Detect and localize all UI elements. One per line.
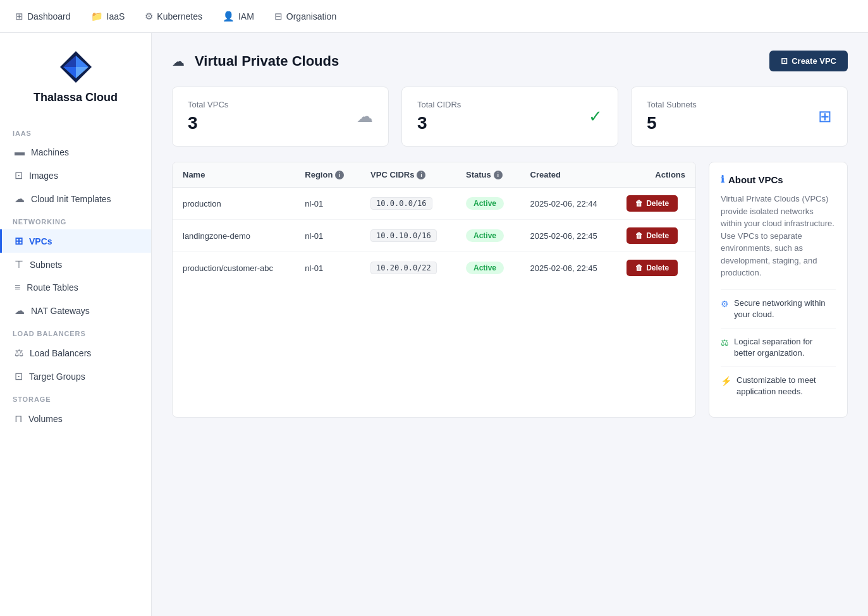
iam-icon: 👤 — [223, 11, 235, 22]
stat-card-total-vpcs: Total VPCs 3 ☁ — [172, 87, 389, 147]
delete-icon: 🗑 — [635, 199, 643, 208]
logo-icon — [57, 48, 95, 86]
sidebar-item-images[interactable]: ⊡ Images — [0, 164, 151, 187]
sidebar-section-load-balancers: LOAD BALANCERS — [0, 322, 151, 341]
row-3-cidr: 10.20.0.0/22 — [360, 252, 456, 284]
nav-dashboard[interactable]: ⊞ Dashboard — [15, 11, 71, 22]
images-icon: ⊡ — [15, 169, 23, 181]
sidebar-item-volumes-label: Volumes — [28, 414, 63, 424]
sidebar-item-cloud-init-label: Cloud Init Templates — [31, 194, 111, 204]
row-3-delete-label: Delete — [646, 263, 669, 272]
brand-name: Thalassa Cloud — [34, 91, 118, 104]
col-vpc-cidrs: VPC CIDRs i — [360, 162, 456, 188]
iaas-icon: 📁 — [91, 11, 103, 22]
row-2-status-badge: Active — [466, 229, 504, 242]
col-name-label: Name — [183, 170, 205, 179]
nav-organisation-label: Organisation — [286, 11, 336, 21]
nav-iaas-label: IaaS — [107, 11, 125, 21]
row-3-region: nl-01 — [295, 252, 360, 284]
sidebar-item-images-label: Images — [29, 171, 58, 181]
delete-icon-2: 🗑 — [635, 231, 643, 240]
stat-total-vpcs-value: 3 — [188, 113, 228, 133]
row-1-delete-label: Delete — [646, 199, 669, 208]
sidebar-item-subnets-label: Subnets — [30, 260, 62, 270]
info-panel: ℹ About VPCs Virtual Private Clouds (VPC… — [709, 162, 848, 418]
subnets-icon: ⊤ — [15, 258, 23, 270]
row-1-cidr: 10.0.0.0/16 — [360, 188, 456, 220]
nav-organisation[interactable]: ⊟ Organisation — [274, 11, 336, 22]
stat-card-total-cidrs: Total CIDRs 3 ✓ — [401, 87, 618, 147]
nav-iam[interactable]: 👤 IAM — [223, 11, 254, 22]
kubernetes-icon: ⚙ — [145, 11, 153, 22]
create-vpc-button[interactable]: ⊡ Create VPC — [769, 51, 848, 71]
table-header: Name Region i VPC CIDRs — [173, 162, 695, 188]
row-3-status-badge: Active — [466, 262, 504, 274]
row-1-actions: 🗑 Delete — [616, 188, 695, 220]
page-header: ☁ Virtual Private Clouds ⊡ Create VPC — [172, 51, 848, 71]
info-feature-3: ⚡ Customizable to meet application needs… — [721, 366, 836, 405]
sidebar-item-machines[interactable]: ▬ Machines — [0, 141, 151, 164]
machines-icon: ▬ — [15, 147, 25, 158]
row-2-delete-button[interactable]: 🗑 Delete — [627, 227, 678, 244]
sidebar-item-cloud-init-templates[interactable]: ☁ Cloud Init Templates — [0, 187, 151, 210]
row-2-delete-label: Delete — [646, 231, 669, 240]
stat-subnets-icon: ⊞ — [818, 107, 832, 126]
sidebar-item-target-groups[interactable]: ⊡ Target Groups — [0, 365, 151, 388]
nav-iam-label: IAM — [238, 11, 254, 21]
target-groups-icon: ⊡ — [15, 370, 23, 382]
col-actions-label: Actions — [655, 170, 685, 179]
info-feature-2: ⚖ Logical separation for better organiza… — [721, 328, 836, 366]
vpcs-icon: ⊞ — [15, 235, 23, 247]
sidebar-item-route-tables-label: Route Tables — [27, 282, 78, 293]
row-3-name: production/customer-abc — [173, 252, 295, 284]
sidebar-item-nat-gateways[interactable]: ☁ NAT Gateways — [0, 299, 151, 322]
col-cidrs-label: VPC CIDRs — [370, 170, 414, 179]
feature-2-icon: ⚖ — [721, 337, 729, 349]
row-1-delete-button[interactable]: 🗑 Delete — [627, 195, 678, 212]
stat-cidrs-icon: ✓ — [589, 107, 602, 126]
delete-icon-3: 🗑 — [635, 263, 643, 272]
sidebar-item-subnets[interactable]: ⊤ Subnets — [0, 253, 151, 276]
sidebar-item-volumes[interactable]: ⊓ Volumes — [0, 407, 151, 430]
content-area: Name Region i VPC CIDRs — [172, 162, 848, 418]
row-1-cidr-badge: 10.0.0.0/16 — [370, 197, 432, 210]
sidebar-item-machines-label: Machines — [31, 147, 69, 157]
vpc-table: Name Region i VPC CIDRs — [173, 162, 695, 284]
sidebar-item-route-tables[interactable]: ≡ Route Tables — [0, 276, 151, 299]
route-tables-icon: ≡ — [15, 282, 20, 293]
sidebar-item-load-balancers[interactable]: ⚖ Load Balancers — [0, 341, 151, 365]
row-1-name: production — [173, 188, 295, 220]
cidrs-info-icon: i — [417, 171, 425, 179]
sidebar-item-vpcs[interactable]: ⊞ VPCs — [0, 229, 151, 253]
table-body: production nl-01 10.0.0.0/16 Active 2025… — [173, 188, 695, 284]
stat-total-cidrs-value: 3 — [417, 113, 461, 133]
about-vpcs-description: Virtual Private Clouds (VPCs) provide is… — [721, 193, 836, 279]
nat-gateways-icon: ☁ — [15, 305, 25, 317]
sidebar-section-iaas: IAAS — [0, 122, 151, 141]
nav-kubernetes[interactable]: ⚙ Kubernetes — [145, 11, 202, 22]
col-created-label: Created — [530, 170, 561, 179]
col-status-label: Status — [466, 170, 491, 179]
row-2-cidr-badge: 10.0.10.0/16 — [370, 229, 437, 242]
stat-vpcs-icon: ☁ — [357, 107, 373, 126]
row-1-status: Active — [456, 188, 520, 220]
col-created: Created — [520, 162, 617, 188]
stat-total-subnets-label: Total Subnets — [647, 100, 697, 109]
row-2-status: Active — [456, 220, 520, 252]
stat-total-vpcs-label: Total VPCs — [188, 100, 228, 109]
vpc-header-icon: ☁ — [172, 54, 185, 69]
col-region-label: Region — [305, 170, 333, 179]
row-2-created: 2025-02-06, 22:45 — [520, 220, 617, 252]
feature-1-icon: ⚙ — [721, 298, 729, 311]
sidebar-section-networking: NETWORKING — [0, 210, 151, 229]
volumes-icon: ⊓ — [15, 413, 22, 425]
row-2-name: landingzone-demo — [173, 220, 295, 252]
sidebar-item-load-balancers-label: Load Balancers — [30, 348, 91, 358]
create-vpc-icon: ⊡ — [781, 56, 788, 66]
row-3-delete-button[interactable]: 🗑 Delete — [627, 260, 678, 276]
nav-iaas[interactable]: 📁 IaaS — [91, 11, 125, 22]
sidebar-logo: Thalassa Cloud — [0, 48, 151, 122]
sidebar-item-vpcs-label: VPCs — [29, 236, 52, 246]
organisation-icon: ⊟ — [274, 11, 283, 22]
row-1-status-badge: Active — [466, 197, 504, 210]
